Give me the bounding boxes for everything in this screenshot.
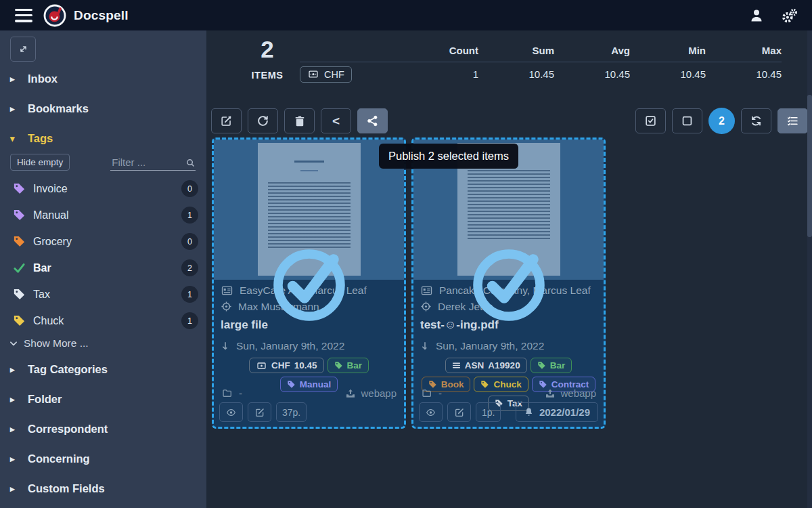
item-date-row: Sun, January 9th, 2022	[221, 339, 397, 354]
tag-filter-input[interactable]	[110, 154, 196, 171]
preview-button[interactable]	[219, 402, 243, 422]
merge-button[interactable]: <	[321, 108, 351, 133]
sidebar: ▸ Inbox ▸ Bookmarks ▾ Tags Hide empty In…	[0, 30, 206, 508]
tag-badge-bar[interactable]: Bar	[328, 358, 369, 373]
settings-icon[interactable]	[781, 7, 797, 24]
scrollbar-thumb[interactable]	[807, 95, 812, 237]
arrow-down-icon	[420, 341, 430, 352]
col-min: Min	[630, 45, 706, 56]
collapse-sidebar-button[interactable]	[10, 37, 36, 62]
tag-icon	[537, 361, 546, 370]
less-than-icon: <	[332, 114, 340, 127]
deselect-button[interactable]	[672, 108, 702, 133]
col-sum: Sum	[478, 45, 554, 56]
stats-row-chf: CHF 1 10.45 10.45 10.45 10.45	[300, 62, 782, 86]
asn-badge: ASNA19920	[445, 358, 527, 373]
person-crosshair-icon	[420, 301, 432, 312]
tag-item-tax[interactable]: Tax 1	[0, 282, 206, 307]
chevron-right-icon: ▸	[10, 104, 18, 114]
tag-item-bar[interactable]: Bar 2	[0, 255, 206, 280]
item-card-large-file[interactable]: EasyCare AG, Marcus Leaf Max Mustermann …	[212, 137, 406, 429]
reload-button[interactable]	[248, 108, 278, 133]
sidebar-item-concerning[interactable]: ▸ Concerning	[0, 446, 206, 471]
tag-item-manual[interactable]: Manual 1	[0, 203, 206, 228]
val-min: 10.45	[630, 68, 706, 80]
item-card-test-ing[interactable]: Pancake Company, Marcus Leaf Derek Jeter…	[411, 137, 606, 429]
col-count: Count	[403, 45, 478, 56]
tag-count-badge: 0	[181, 180, 198, 197]
sidebar-item-inbox[interactable]: ▸ Inbox	[0, 66, 206, 91]
bell-icon	[524, 407, 534, 417]
sidebar-item-folder[interactable]: ▸ Folder	[0, 387, 206, 412]
eye-icon	[225, 408, 237, 417]
eye-icon	[425, 408, 436, 417]
main-content: 2 ITEMS Count Sum Avg Min Max CHF 1 10.4…	[206, 30, 812, 508]
address-card-icon	[221, 285, 233, 296]
edit-item-button[interactable]	[248, 402, 271, 422]
tag-count-badge: 1	[181, 312, 198, 329]
source-value: webapp	[361, 387, 397, 399]
sidebar-item-custom-fields[interactable]: ▸ Custom Fields	[0, 476, 206, 501]
edit-button[interactable]	[211, 108, 242, 133]
correspondent-row: Pancake Company, Marcus Leaf	[420, 282, 597, 298]
show-more-link[interactable]: Show More ...	[0, 333, 206, 352]
tag-badge-bar[interactable]: Bar	[531, 358, 572, 373]
delete-button[interactable]	[284, 108, 315, 133]
tag-icon	[334, 361, 343, 370]
edit-icon	[454, 407, 465, 418]
tag-item-chuck[interactable]: Chuck 1	[0, 308, 206, 333]
tag-item-grocery[interactable]: Grocery 0	[0, 229, 206, 254]
share-button[interactable]	[357, 108, 388, 133]
tag-icon	[13, 288, 26, 301]
tag-icon	[13, 314, 26, 327]
currency-badge[interactable]: CHF	[300, 66, 352, 83]
top-navbar: Docspell	[0, 0, 812, 30]
amount-badge: CHF10.45	[249, 358, 324, 373]
chevron-right-icon: ▸	[10, 394, 18, 404]
tag-count-badge: 0	[181, 233, 198, 250]
tag-icon	[13, 235, 26, 248]
toolbar: < 2	[211, 108, 808, 134]
items-count: 2	[244, 36, 291, 63]
page-count-badge: 1p.	[476, 402, 501, 422]
tag-icon	[13, 182, 26, 195]
folder-icon	[221, 388, 233, 398]
page-count-badge: 37p.	[276, 402, 307, 422]
stats-table: Count Sum Avg Min Max CHF 1 10.45 10.45 …	[300, 39, 782, 86]
address-card-icon	[420, 285, 433, 296]
upload-icon	[545, 388, 556, 399]
banknote-icon	[307, 70, 319, 79]
folder-value: -	[239, 387, 242, 399]
folder-icon	[421, 388, 433, 398]
user-icon[interactable]	[748, 7, 765, 24]
source-value: webapp	[560, 387, 596, 399]
sidebar-item-bookmarks[interactable]: ▸ Bookmarks	[0, 96, 206, 121]
person-crosshair-icon	[221, 301, 232, 312]
concerning-row: Derek Jeter	[420, 299, 597, 314]
scrollbar[interactable]	[807, 30, 812, 508]
arrow-down-icon	[221, 341, 230, 352]
edit-item-button[interactable]	[447, 402, 471, 422]
check-icon	[13, 261, 26, 274]
menu-icon[interactable]	[15, 9, 32, 22]
correspondent-row: EasyCare AG, Marcus Leaf	[221, 282, 397, 298]
val-avg: 10.45	[554, 68, 630, 80]
list-view-button[interactable]	[777, 108, 808, 133]
sidebar-item-tags[interactable]: ▾ Tags	[0, 126, 206, 151]
sidebar-item-tag-categories[interactable]: ▸ Tag Categories	[0, 357, 206, 382]
preview-button[interactable]	[419, 402, 443, 422]
selection-count-badge[interactable]: 2	[708, 108, 735, 134]
folder-source-row: - webapp	[221, 387, 397, 399]
val-count: 1	[403, 68, 478, 80]
chevron-right-icon: ▸	[10, 484, 18, 494]
items-label: ITEMS	[244, 70, 291, 81]
tag-item-invoice[interactable]: Invoice 0	[0, 176, 206, 201]
sidebar-item-correspondent[interactable]: ▸ Correspondent	[0, 417, 206, 442]
val-max: 10.45	[706, 68, 782, 80]
app-title: Docspell	[74, 8, 129, 23]
hide-empty-button[interactable]: Hide empty	[10, 154, 70, 171]
select-all-button[interactable]	[635, 108, 666, 133]
col-avg: Avg	[554, 45, 630, 56]
refresh-button[interactable]	[741, 108, 771, 133]
concerning-row: Max Mustermann	[221, 299, 397, 314]
